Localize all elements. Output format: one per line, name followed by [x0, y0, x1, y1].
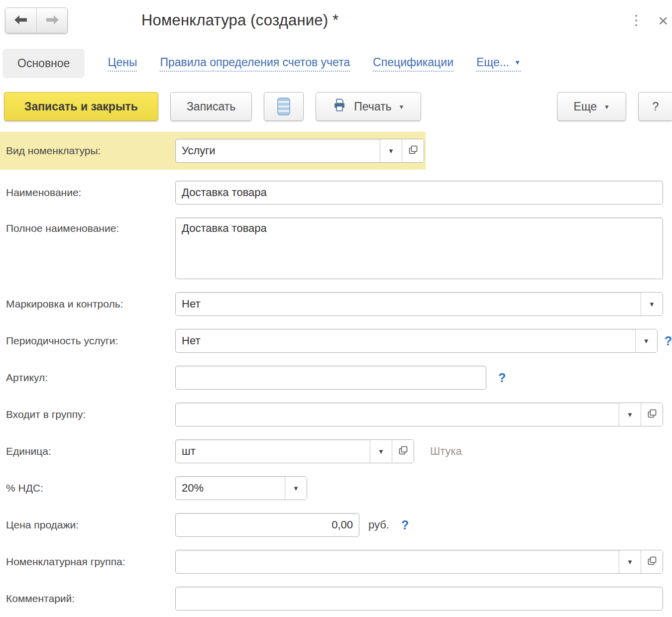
tab-osnovnoe[interactable]: Основное [2, 49, 85, 78]
kebab-menu-icon[interactable]: ⋮ [629, 13, 643, 27]
titlebar-actions: ⋮ × [629, 12, 665, 29]
back-button[interactable] [5, 8, 36, 33]
tsena-prodazhi-label: Цена продажи: [6, 519, 175, 531]
vhodit-v-gruppu-dropdown-button[interactable]: ▼ [619, 403, 641, 426]
titlebar: Номенклатура (создание) * ⋮ × [0, 0, 672, 36]
edinitsa-dropdown-button[interactable]: ▼ [370, 440, 392, 463]
tab-spetsifikatsii[interactable]: Спецификации [373, 56, 453, 72]
field-row-naimenovanie: Наименование: [0, 181, 672, 205]
nomenclature-create-window: Номенклатура (создание) * ⋮ × Основное Ц… [0, 0, 672, 617]
markirovka-input[interactable] [176, 293, 641, 315]
page-title: Номенклатура (создание) * [141, 11, 338, 29]
markirovka-combo: ▼ [175, 292, 663, 316]
close-icon[interactable]: × [658, 12, 668, 29]
chevron-down-icon: ▼ [399, 104, 405, 110]
periodichnost-input[interactable] [176, 329, 635, 352]
toolbar: Записать и закрыть Записать Печать ▼ Еще… [0, 84, 672, 130]
nomenklaturnaya-gruppa-label: Номенклатурная группа: [6, 556, 175, 568]
polnoe-naimenovanie-label: Полное наименование: [6, 217, 175, 234]
vid-nomenklatury-open-button[interactable] [402, 139, 424, 162]
field-row-nomenklaturnaya-gruppa: Номенклатурная группа: ▼ [0, 550, 672, 574]
edinitsa-hint-text: Штука [430, 445, 462, 458]
tab-more-label: Еще... [476, 56, 509, 69]
more-button[interactable]: Еще ▼ [557, 92, 626, 121]
field-row-markirovka: Маркировка и контроль: ▼ [0, 292, 672, 316]
vhodit-v-gruppu-label: Входит в группу: [6, 409, 175, 420]
print-label: Печать [354, 100, 391, 113]
artikul-input[interactable] [175, 366, 486, 390]
chevron-down-icon: ▼ [514, 59, 521, 66]
nds-dropdown-button[interactable]: ▼ [285, 477, 307, 500]
vhodit-v-gruppu-combo: ▼ [175, 403, 663, 426]
artikul-help-icon[interactable]: ? [498, 371, 506, 385]
chevron-down-icon: ▼ [604, 104, 610, 110]
tsena-prodazhi-field [175, 513, 359, 537]
nomenklaturnaya-gruppa-combo: ▼ [175, 550, 663, 574]
nomenklaturnaya-gruppa-dropdown-button[interactable]: ▼ [619, 550, 641, 573]
nds-input[interactable] [176, 477, 285, 500]
vid-nomenklatury-label: Вид номенклатуры: [6, 145, 175, 157]
open-squares-icon [408, 145, 418, 157]
save-button[interactable]: Записать [170, 92, 252, 121]
arrow-right-icon [45, 14, 60, 27]
history-nav-group [5, 7, 68, 33]
main-form: Вид номенклатуры: ▼ Наименовани [0, 130, 672, 611]
open-squares-icon [398, 445, 408, 457]
vhodit-v-gruppu-open-button[interactable] [641, 403, 663, 426]
chevron-down-icon: ▼ [293, 485, 299, 492]
save-and-close-button[interactable]: Записать и закрыть [4, 92, 158, 121]
nomenklaturnaya-gruppa-open-button[interactable] [641, 550, 663, 573]
edinitsa-open-button[interactable] [392, 440, 414, 463]
kommentariy-input[interactable] [175, 587, 663, 611]
chevron-down-icon: ▼ [388, 147, 394, 155]
chevron-down-icon: ▼ [378, 448, 384, 455]
chevron-down-icon: ▼ [627, 558, 633, 566]
field-row-artikul: Артикул: ? [0, 366, 672, 390]
naimenovanie-label: Наименование: [6, 187, 175, 199]
field-row-vid-nomenklatury: Вид номенклатуры: ▼ [0, 132, 426, 170]
polnoe-naimenovanie-textarea[interactable]: Доставка товара [175, 217, 663, 279]
tsena-prodazhi-help-icon[interactable]: ? [401, 518, 409, 532]
field-row-polnoe-naimenovanie: Полное наименование: Доставка товара [0, 217, 672, 279]
field-row-tsena-prodazhi: Цена продажи: руб. ? [0, 513, 672, 537]
currency-suffix: руб. [368, 518, 389, 531]
edinitsa-input[interactable] [176, 440, 370, 463]
document-register-button[interactable] [264, 92, 304, 121]
markirovka-dropdown-button[interactable]: ▼ [641, 293, 663, 315]
artikul-label: Артикул: [6, 372, 175, 384]
tab-more[interactable]: Еще... ▼ [476, 56, 521, 72]
tab-tseny[interactable]: Цены [108, 56, 137, 72]
tab-bar: Основное Цены Правила определения счетов… [0, 40, 672, 84]
kommentariy-label: Комментарий: [6, 593, 175, 605]
vhodit-v-gruppu-input[interactable] [176, 403, 619, 426]
chevron-down-icon: ▼ [649, 301, 655, 308]
edinitsa-label: Единица: [6, 445, 175, 457]
field-row-vhodit-v-gruppu: Входит в группу: ▼ [0, 403, 672, 426]
naimenovanie-input[interactable] [175, 181, 663, 205]
open-squares-icon [647, 556, 657, 568]
vid-nomenklatury-dropdown-button[interactable]: ▼ [380, 139, 402, 162]
nomenklaturnaya-gruppa-input[interactable] [176, 550, 619, 573]
field-row-periodichnost: Периодичность услуги: ▼ ? [0, 329, 672, 353]
nds-combo: ▼ [175, 476, 307, 500]
tsena-prodazhi-input[interactable] [176, 514, 359, 536]
forward-button[interactable] [36, 8, 67, 33]
periodichnost-combo: ▼ [175, 329, 658, 353]
vid-nomenklatury-input[interactable] [176, 139, 380, 162]
periodichnost-dropdown-button[interactable]: ▼ [635, 329, 657, 352]
help-button[interactable]: ? [638, 92, 672, 121]
field-row-kommentariy: Комментарий: [0, 587, 672, 611]
vid-nomenklatury-combo: ▼ [175, 139, 424, 163]
chevron-down-icon: ▼ [643, 337, 650, 345]
periodichnost-help-icon[interactable]: ? [665, 334, 672, 348]
field-row-nds: % НДС: ▼ [0, 476, 672, 500]
tab-pravila-scheta[interactable]: Правила определения счетов учета [160, 56, 350, 72]
nds-label: % НДС: [6, 482, 175, 494]
field-row-edinitsa: Единица: ▼ Штука [0, 439, 672, 463]
arrow-left-icon [13, 14, 28, 27]
printer-icon [332, 98, 347, 115]
markirovka-label: Маркировка и контроль: [6, 298, 175, 310]
edinitsa-combo: ▼ [175, 439, 414, 463]
print-button[interactable]: Печать ▼ [316, 92, 421, 121]
more-label: Еще [573, 100, 597, 113]
